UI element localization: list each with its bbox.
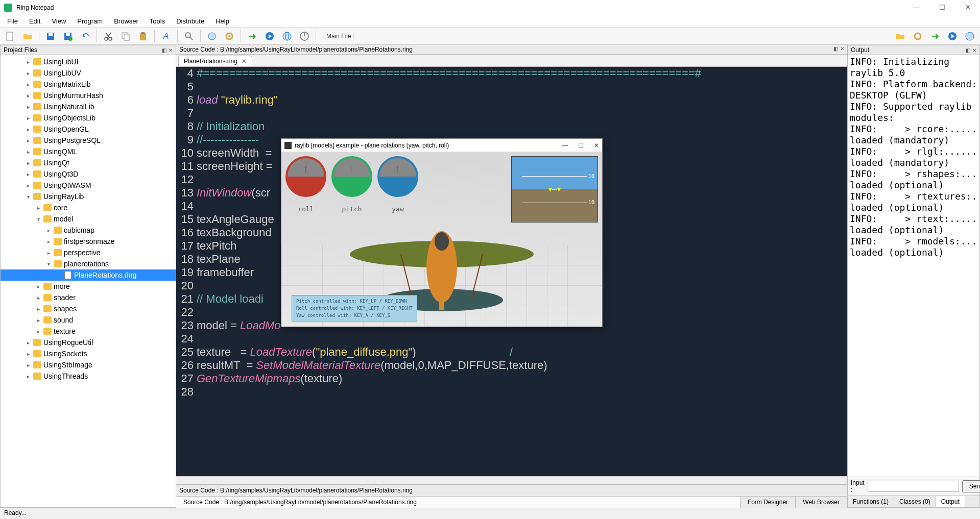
tree-item[interactable]: PlaneRotations.ring	[1, 269, 176, 281]
panel-close-icon[interactable]: ✕	[840, 46, 844, 53]
goto-button[interactable]: ➜	[928, 29, 942, 43]
tree-item[interactable]: ▸UsingLibUV	[1, 67, 176, 79]
tree-item[interactable]: ▸UsingOpenGL	[1, 123, 176, 135]
panel-undock-icon[interactable]: ◧	[966, 47, 970, 53]
tree-item[interactable]: ▸core	[1, 202, 176, 213]
menu-view[interactable]: View	[46, 16, 71, 26]
tree-item[interactable]: ▸shapes	[1, 303, 176, 314]
maximize-button[interactable]: ☐	[578, 142, 584, 149]
tree-item[interactable]: ▸UsingNaturalLib	[1, 101, 176, 112]
web-button[interactable]	[963, 29, 977, 43]
right-tab[interactable]: Functions (1)	[848, 496, 894, 507]
run-web-button[interactable]	[280, 29, 294, 43]
pitch-gauge: ↑pitch	[331, 156, 372, 197]
panel-close-icon[interactable]: ✕	[972, 47, 976, 53]
open-folder-button[interactable]	[893, 29, 907, 43]
tree-item[interactable]: ▸UsingQt	[1, 157, 176, 168]
maximize-button[interactable]: ☐	[934, 4, 950, 11]
send-button[interactable]: Send	[962, 480, 980, 492]
gear-button[interactable]	[222, 29, 236, 43]
tree-item[interactable]: ▸UsingQtWASM	[1, 180, 176, 191]
bottom-tab[interactable]: Form Designer	[740, 497, 796, 508]
svg-rect-0	[7, 32, 13, 40]
tree-item[interactable]: ▸UsingSockets	[1, 348, 176, 359]
tab-label: PlaneRotations.ring	[184, 58, 237, 65]
menu-edit[interactable]: Edit	[24, 16, 45, 26]
minimize-button[interactable]: —	[909, 4, 925, 11]
tree-item[interactable]: ▸UsingPostgreSQL	[1, 135, 176, 146]
panel-undock-icon[interactable]: ◧	[162, 47, 166, 53]
menu-browser[interactable]: Browser	[109, 16, 144, 26]
minimize-button[interactable]: —	[562, 142, 568, 149]
undo-button[interactable]	[78, 29, 92, 43]
code-editor[interactable]: 4567891011121314151617181920212223242526…	[176, 67, 847, 476]
print-button[interactable]	[205, 29, 219, 43]
close-button[interactable]: ✕	[594, 142, 599, 149]
tree-item[interactable]: ▸texture	[1, 326, 176, 337]
svg-rect-10	[140, 33, 146, 40]
toolbar: A ➜ Main File : ➜	[0, 28, 980, 45]
menu-program[interactable]: Program	[72, 16, 108, 26]
tree-item[interactable]: ▸sound	[1, 314, 176, 326]
bottom-tabbar: Source Code : B:/ring/samples/UsingRayLi…	[176, 496, 847, 508]
tree-item[interactable]: ▾UsingRayLib	[1, 191, 176, 202]
output-title: Output	[851, 46, 966, 54]
stop-button[interactable]	[297, 29, 312, 43]
console-input[interactable]	[868, 481, 959, 492]
editor-tab[interactable]: PlaneRotations.ring ✕	[178, 56, 252, 66]
svg-point-22	[915, 33, 921, 39]
svg-point-18	[283, 32, 291, 40]
tree-item[interactable]: ▸UsingMatrixLib	[1, 79, 176, 90]
tree-item[interactable]: ▸UsingThreads	[1, 370, 176, 382]
right-tab[interactable]: Output	[936, 496, 965, 507]
right-tab[interactable]: Classes (0)	[894, 496, 936, 507]
menu-distribute[interactable]: Distribute	[171, 16, 209, 26]
raylib-example-window[interactable]: raylib [models] example - plane rotation…	[281, 138, 603, 327]
font-button[interactable]: A	[159, 29, 173, 43]
copy-button[interactable]	[118, 29, 133, 43]
find-button[interactable]	[182, 29, 196, 43]
panel-close-icon[interactable]: ✕	[169, 47, 173, 53]
tree-item[interactable]: ▸more	[1, 281, 176, 292]
tree-item[interactable]: ▾planerotations	[1, 258, 176, 269]
output-console[interactable]: INFO: Initializing raylib 5.0 INFO: Plat…	[848, 55, 979, 477]
cut-button[interactable]	[101, 29, 115, 43]
tree-item[interactable]: ▸perspective	[1, 247, 176, 258]
tab-close-icon[interactable]: ✕	[242, 58, 247, 65]
editor-tabbar: PlaneRotations.ring ✕	[176, 55, 847, 67]
tree-item[interactable]: ▸UsingMurmurHash	[1, 90, 176, 101]
tree-item[interactable]: ▸shader	[1, 292, 176, 303]
menu-file[interactable]: File	[2, 16, 23, 26]
play-button[interactable]	[945, 29, 960, 43]
tree-item[interactable]: ▸UsingQML	[1, 146, 176, 157]
save-button[interactable]	[43, 29, 58, 43]
bottom-tab[interactable]: Web Browser	[796, 497, 847, 508]
paste-button[interactable]	[136, 29, 150, 43]
tree-item[interactable]: ▸cubicmap	[1, 225, 176, 236]
open-file-button[interactable]	[20, 29, 35, 43]
raylib-window-title: raylib [models] example - plane rotation…	[295, 142, 562, 149]
debug-arrow-button[interactable]: ➜	[245, 29, 259, 43]
tree-item[interactable]: ▸UsingLibUI	[1, 56, 176, 67]
editor-h-scrollbar[interactable]	[176, 476, 847, 484]
tree-item[interactable]: ▸UsingRogueUtil	[1, 337, 176, 348]
svg-point-16	[228, 35, 230, 37]
project-files-panel: Project Files ◧✕ ▸UsingLibUI▸UsingLibUV▸…	[0, 45, 176, 508]
tree-item[interactable]: ▸UsingQt3D	[1, 168, 176, 180]
new-file-button[interactable]	[3, 29, 17, 43]
tree-item[interactable]: ▾model	[1, 213, 176, 225]
settings-button[interactable]	[911, 29, 925, 43]
panel-undock-icon[interactable]: ◧	[833, 46, 838, 53]
save-as-button[interactable]	[61, 29, 75, 43]
menu-help[interactable]: Help	[210, 16, 234, 26]
source-tab[interactable]: Source Code : B:/ring/samples/UsingRayLi…	[176, 497, 740, 508]
tree-item[interactable]: ▸firstpersonmaze	[1, 236, 176, 247]
menu-tools[interactable]: Tools	[145, 16, 170, 26]
run-button[interactable]	[262, 29, 277, 43]
svg-line-13	[190, 37, 193, 40]
tree-item[interactable]: ▸UsingStbImage	[1, 359, 176, 370]
tree-item[interactable]: ▸UsingObjectsLib	[1, 112, 176, 123]
project-tree[interactable]: ▸UsingLibUI▸UsingLibUV▸UsingMatrixLib▸Us…	[1, 55, 176, 507]
close-button[interactable]: ✕	[960, 4, 976, 11]
window-titlebar: Ring Notepad — ☐ ✕	[0, 0, 980, 15]
